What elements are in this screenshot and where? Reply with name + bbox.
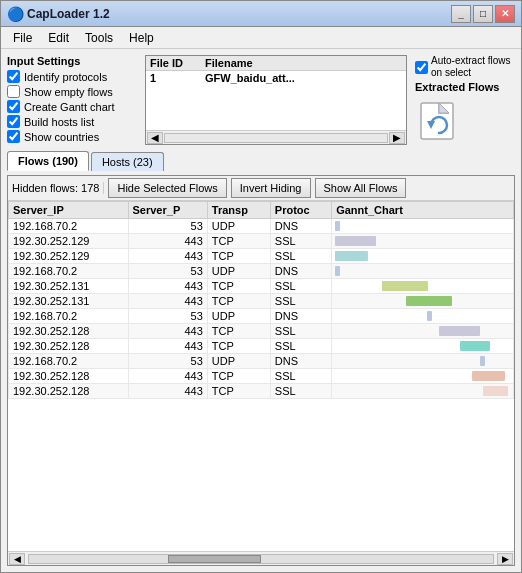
gantt-checkbox[interactable] — [7, 100, 20, 113]
cell-protocol: SSL — [270, 324, 331, 339]
table-row[interactable]: 192.30.252.128443TCPSSL — [9, 339, 514, 354]
empty-checkbox[interactable] — [7, 85, 20, 98]
cell-port: 53 — [128, 309, 207, 324]
scroll-left-icon[interactable]: ◀ — [9, 553, 25, 565]
table-row[interactable]: 192.168.70.253UDPDNS — [9, 264, 514, 279]
maximize-button[interactable]: □ — [473, 5, 493, 23]
window-title: CapLoader 1.2 — [27, 7, 451, 21]
cell-gantt — [332, 294, 514, 309]
gantt-bar — [472, 371, 505, 381]
menu-file[interactable]: File — [5, 29, 40, 47]
input-settings-label: Input Settings — [7, 55, 137, 67]
cell-ip: 192.30.252.129 — [9, 249, 129, 264]
cell-port: 443 — [128, 339, 207, 354]
table-row[interactable]: 192.30.252.128443TCPSSL — [9, 384, 514, 399]
checkbox-empty: Show empty flows — [7, 85, 137, 98]
gantt-bar — [427, 311, 432, 321]
svg-rect-0 — [421, 103, 453, 139]
gantt-bar — [439, 326, 480, 336]
gantt-bar — [335, 236, 376, 246]
col-fileid-header: File ID — [150, 57, 205, 69]
cell-ip: 192.168.70.2 — [9, 219, 129, 234]
flow-table[interactable]: Server_IP Server_P Transp Protoc Gannt_C… — [8, 201, 514, 551]
gantt-label: Create Gantt chart — [24, 101, 115, 113]
show-all-flows-button[interactable]: Show All Flows — [315, 178, 407, 198]
gantt-bar — [335, 251, 368, 261]
file-row[interactable]: 1 GFW_baidu_att... — [146, 71, 406, 85]
flows-area: Hidden flows: 178 Hide Selected Flows In… — [7, 175, 515, 566]
menu-tools[interactable]: Tools — [77, 29, 121, 47]
cell-transport: TCP — [207, 234, 270, 249]
cell-protocol: SSL — [270, 369, 331, 384]
menu-edit[interactable]: Edit — [40, 29, 77, 47]
main-content: Input Settings Identify protocols Show e… — [1, 49, 521, 572]
cell-port: 53 — [128, 219, 207, 234]
cell-ip: 192.30.252.128 — [9, 384, 129, 399]
close-button[interactable]: ✕ — [495, 5, 515, 23]
table-header-row: Server_IP Server_P Transp Protoc Gannt_C… — [9, 202, 514, 219]
empty-label: Show empty flows — [24, 86, 113, 98]
table-row[interactable]: 192.168.70.253UDPDNS — [9, 219, 514, 234]
scroll-track-main[interactable] — [28, 554, 494, 564]
scroll-right[interactable]: ▶ — [389, 132, 405, 144]
auto-extract-checkbox[interactable] — [415, 61, 428, 74]
cell-gantt — [332, 384, 514, 399]
cell-ip: 192.168.70.2 — [9, 264, 129, 279]
extracted-flows-icon — [415, 97, 463, 145]
invert-hiding-button[interactable]: Invert Hiding — [231, 178, 311, 198]
col-protocol: Protoc — [270, 202, 331, 219]
table-row[interactable]: 192.30.252.131443TCPSSL — [9, 294, 514, 309]
cell-protocol: SSL — [270, 339, 331, 354]
table-row[interactable]: 192.168.70.253UDPDNS — [9, 354, 514, 369]
main-window: 🔵 CapLoader 1.2 _ □ ✕ File Edit Tools He… — [0, 0, 522, 573]
table-row[interactable]: 192.30.252.128443TCPSSL — [9, 369, 514, 384]
gantt-bar — [335, 266, 340, 276]
menu-help[interactable]: Help — [121, 29, 162, 47]
tab-flows[interactable]: Flows (190) — [7, 151, 89, 171]
right-panel: Auto-extract flows on select Extracted F… — [415, 55, 515, 145]
cell-port: 53 — [128, 354, 207, 369]
cell-protocol: SSL — [270, 249, 331, 264]
title-bar: 🔵 CapLoader 1.2 _ □ ✕ — [1, 1, 521, 27]
identify-checkbox[interactable] — [7, 70, 20, 83]
tab-hosts[interactable]: Hosts (23) — [91, 152, 164, 171]
window-controls: _ □ ✕ — [451, 5, 515, 23]
cell-protocol: DNS — [270, 354, 331, 369]
hide-selected-button[interactable]: Hide Selected Flows — [108, 178, 226, 198]
hosts-label: Build hosts list — [24, 116, 94, 128]
col-server-ip: Server_IP — [9, 202, 129, 219]
input-settings-panel: Input Settings Identify protocols Show e… — [7, 55, 137, 145]
cell-protocol: DNS — [270, 309, 331, 324]
countries-label: Show countries — [24, 131, 99, 143]
col-transport: Transp — [207, 202, 270, 219]
cell-protocol: SSL — [270, 294, 331, 309]
cell-gantt — [332, 264, 514, 279]
cell-port: 53 — [128, 264, 207, 279]
table-row[interactable]: 192.30.252.129443TCPSSL — [9, 249, 514, 264]
cell-port: 443 — [128, 279, 207, 294]
scroll-right-icon[interactable]: ▶ — [497, 553, 513, 565]
cell-gantt — [332, 369, 514, 384]
bottom-scrollbar[interactable]: ◀ ▶ — [8, 551, 514, 565]
table-row[interactable]: 192.30.252.131443TCPSSL — [9, 279, 514, 294]
minimize-button[interactable]: _ — [451, 5, 471, 23]
file-scrollbar[interactable]: ◀ ▶ — [146, 130, 406, 144]
table-row[interactable]: 192.30.252.128443TCPSSL — [9, 324, 514, 339]
hosts-checkbox[interactable] — [7, 115, 20, 128]
cell-port: 443 — [128, 294, 207, 309]
flows-table: Server_IP Server_P Transp Protoc Gannt_C… — [8, 201, 514, 399]
gantt-bar — [483, 386, 508, 396]
scroll-left[interactable]: ◀ — [147, 132, 163, 144]
table-row[interactable]: 192.30.252.129443TCPSSL — [9, 234, 514, 249]
countries-checkbox[interactable] — [7, 130, 20, 143]
file-panel-header: File ID Filename — [146, 56, 406, 71]
scroll-track[interactable] — [164, 133, 388, 143]
top-section: Input Settings Identify protocols Show e… — [7, 55, 515, 145]
auto-extract-label: Auto-extract flows on select — [431, 55, 515, 79]
scroll-thumb[interactable] — [168, 555, 261, 563]
checkbox-hosts: Build hosts list — [7, 115, 137, 128]
cell-gantt — [332, 324, 514, 339]
cell-ip: 192.168.70.2 — [9, 354, 129, 369]
cell-transport: TCP — [207, 369, 270, 384]
table-row[interactable]: 192.168.70.253UDPDNS — [9, 309, 514, 324]
